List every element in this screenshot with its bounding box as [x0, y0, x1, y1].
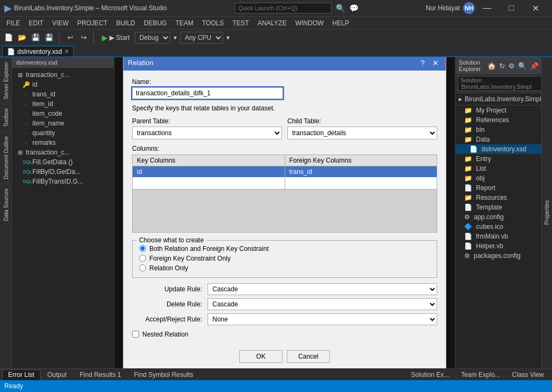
status-text: Ready — [4, 382, 23, 390]
radio-both-input[interactable] — [139, 245, 146, 252]
solution-root[interactable]: ▸ BiruniLabs.Inventory.Simple — [456, 94, 552, 104]
menu-test[interactable]: TEST — [228, 17, 253, 29]
maximize-button[interactable]: □ — [499, 0, 523, 16]
foreign-column-cell: trans_id — [285, 166, 437, 177]
tree-item-trans-id[interactable]: · trans_id — [18, 89, 114, 99]
list-item[interactable]: 📁 List — [456, 164, 552, 173]
class-view-btn[interactable]: Class View — [506, 369, 550, 380]
solution-explorer-btn[interactable]: Solution Ex... — [405, 369, 455, 380]
menu-window[interactable]: WINDOW — [291, 17, 328, 29]
radio-fk-input[interactable] — [139, 255, 146, 262]
obj-item[interactable]: 📁 obj — [456, 173, 552, 183]
cubes-ico-item[interactable]: 🔷 cubes.ico — [456, 222, 552, 232]
tree-item-itemname-label: item_name — [32, 120, 64, 127]
tree-item-quantity[interactable]: · quantity — [18, 128, 114, 138]
error-list-tab[interactable]: Error List — [2, 369, 40, 380]
properties-strip[interactable]: Properties — [541, 57, 552, 368]
data-sources-tab[interactable]: Data Sources — [0, 184, 11, 226]
app-config-item[interactable]: ⚙ app.config — [456, 212, 552, 222]
frmmain-item[interactable]: 📄 frmMain.vb — [456, 232, 552, 241]
nested-relation-checkbox[interactable] — [132, 331, 139, 338]
menu-help[interactable]: HELP — [328, 17, 353, 29]
references-item[interactable]: 📁 References — [456, 115, 552, 125]
template-item[interactable]: 📄 Template — [456, 202, 552, 212]
sol-exp-search-btn[interactable]: 🔍 — [517, 62, 528, 70]
accept-reject-select[interactable]: None Cascade — [208, 313, 437, 325]
tab-icon: 📄 — [7, 48, 15, 55]
menu-build[interactable]: BUILD — [112, 17, 139, 29]
sol-exp-refresh-btn[interactable]: ↻ — [498, 62, 506, 70]
field-icon5: · — [23, 130, 30, 136]
menu-project[interactable]: PROJECT — [73, 17, 112, 29]
tree-item-fillbyid[interactable]: SQL FillByID,GetDa... — [18, 167, 114, 177]
tree-item-table1[interactable]: ⊞ transaction_c... — [12, 70, 114, 80]
tree-item-id[interactable]: 🔑 id — [18, 80, 114, 89]
menu-tools[interactable]: TOOLS — [198, 17, 228, 29]
resources-item[interactable]: 📁 Resources — [456, 193, 552, 202]
data-folder-icon: 📁 — [464, 136, 472, 143]
server-explorer-tab[interactable]: Server Explorer — [0, 57, 11, 103]
save-all-btn[interactable]: 💾 — [43, 31, 56, 44]
resources-folder-icon: 📁 — [464, 194, 472, 201]
find-results-tab[interactable]: Find Results 1 — [74, 369, 127, 380]
update-rule-select[interactable]: Cascade None SetNull SetDefault — [208, 283, 437, 295]
redo-btn[interactable]: ↪ — [77, 31, 90, 44]
minimize-button[interactable]: — — [475, 0, 499, 16]
bin-item[interactable]: 📁 bin — [456, 125, 552, 135]
dialog-help-btn[interactable]: ? — [417, 58, 429, 68]
field-icon4: · — [23, 120, 30, 127]
sol-exp-pin-btn[interactable]: 📌 — [529, 62, 540, 70]
menu-view[interactable]: VIEW — [48, 17, 73, 29]
window-close-button[interactable]: ✕ — [523, 0, 548, 16]
open-btn[interactable]: 📂 — [16, 31, 29, 44]
tree-item-fillbytransid[interactable]: SQL FillByTransID,G... — [18, 177, 114, 186]
right-panel-header: Solution Explorer 🏠 ↻ ⚙ 🔍 📌 ✕ — [456, 57, 552, 74]
tree-item-table2[interactable]: ⊞ transaction_c... — [12, 148, 114, 157]
packages-item[interactable]: ⚙ packages.config — [456, 251, 552, 261]
menu-analyze[interactable]: ANALYZE — [253, 17, 291, 29]
cancel-button[interactable]: Cancel — [287, 350, 330, 363]
menu-file[interactable]: FILE — [2, 17, 24, 29]
child-table-select[interactable]: transaction_details — [287, 127, 437, 139]
entry-item[interactable]: 📁 Entry — [456, 154, 552, 164]
sol-exp-props-btn[interactable]: ⚙ — [507, 62, 516, 70]
tree-item-item-name[interactable]: · item_name — [18, 118, 114, 128]
sol-exp-home-btn[interactable]: 🏠 — [486, 62, 497, 70]
tree-item-item-id[interactable]: · item_id — [18, 99, 114, 109]
helper-item[interactable]: 📄 Helper.vb — [456, 241, 552, 251]
menu-edit[interactable]: EDIT — [24, 17, 47, 29]
tree-item-remarks[interactable]: · remarks — [18, 138, 114, 148]
cpu-select[interactable]: Any CPU — [180, 32, 223, 44]
output-tab[interactable]: Output — [42, 369, 73, 380]
ok-button[interactable]: OK — [239, 350, 282, 363]
new-project-btn[interactable]: 📄 — [2, 31, 15, 44]
parent-table-select[interactable]: transactions — [132, 127, 282, 139]
find-symbol-tab[interactable]: Find Symbol Results — [128, 369, 199, 380]
dsinventory-item[interactable]: 📄 dsInventory.xsd — [456, 144, 552, 154]
tab-close-btn[interactable]: ✕ — [64, 48, 69, 55]
save-btn[interactable]: 💾 — [29, 31, 42, 44]
delete-rule-select[interactable]: Cascade None SetNull SetDefault — [208, 298, 437, 310]
helper-label: Helper.vb — [476, 242, 503, 250]
toolbox-tab[interactable]: Toolbox — [0, 103, 11, 131]
debug-config-select[interactable]: Debug — [135, 32, 170, 44]
menu-team[interactable]: TEAM — [171, 17, 197, 29]
report-item[interactable]: 📄 Report — [456, 183, 552, 193]
tree-item-item-code[interactable]: · item_code — [18, 109, 114, 118]
undo-btn[interactable]: ↩ — [64, 31, 77, 44]
cubes-icon: 🔷 — [464, 223, 472, 230]
my-project-item[interactable]: 📁 My Project — [456, 106, 552, 115]
team-explorer-btn[interactable]: Team Explo... — [455, 369, 506, 380]
column-data-row[interactable]: id trans_id — [133, 166, 437, 177]
column-empty-row1[interactable] — [133, 177, 437, 189]
data-item[interactable]: 📁 Data — [456, 135, 552, 144]
tree-item-fill[interactable]: SQL Fill,GetData () — [18, 157, 114, 167]
start-button[interactable]: ▶ ▶ Start — [98, 32, 134, 44]
radio-relation-input[interactable] — [139, 264, 146, 271]
document-outline-tab[interactable]: Document Outline — [0, 131, 11, 184]
menu-debug[interactable]: DEBUG — [140, 17, 171, 29]
dialog-close-btn[interactable]: ✕ — [430, 58, 441, 68]
name-input[interactable] — [132, 87, 283, 99]
tab-dsinventory[interactable]: 📄 dsInventory.xsd ✕ — [2, 46, 74, 57]
quick-launch-input[interactable] — [234, 3, 332, 13]
